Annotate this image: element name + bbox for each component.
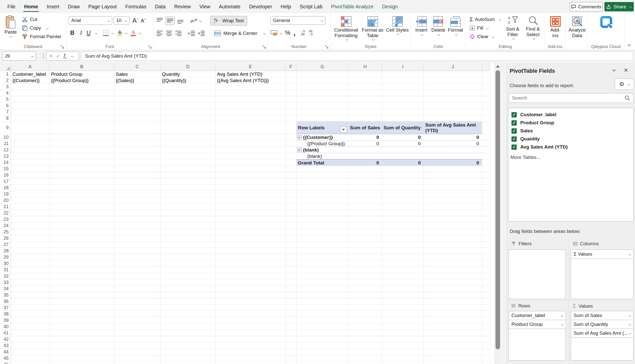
column-header-F[interactable]: F (286, 63, 296, 71)
row-header-42[interactable]: 42 (0, 336, 11, 343)
collapse-button[interactable]: − (297, 135, 301, 139)
column-header-C[interactable]: C (114, 63, 160, 71)
format-cells-button[interactable]: Format (447, 16, 464, 35)
more-tables-link[interactable]: More Tables... (510, 155, 540, 160)
bold-button[interactable]: B (69, 30, 76, 36)
analyze-data-button[interactable]: Analyze Data (568, 16, 586, 38)
pivot-value-cell[interactable]: 0 (353, 140, 381, 147)
row-header-13[interactable]: 13 (0, 153, 11, 159)
row-header-20[interactable]: 20 (0, 197, 11, 204)
accounting-format-button[interactable] (270, 30, 282, 36)
columns-area[interactable]: Σ Values (571, 250, 633, 299)
menu-tab-file[interactable]: File (3, 0, 20, 13)
menu-tab-automate[interactable]: Automate (215, 0, 245, 13)
field-item-avg-sales-amt-ytd-[interactable]: ✓Avg Sales Amt (YTD) (511, 143, 568, 151)
align-middle-button-selected[interactable] (166, 16, 175, 25)
row-header-31[interactable]: 31 (0, 267, 11, 273)
column-header-partial[interactable] (482, 63, 490, 71)
rows-area[interactable]: Customer_labelProduct Group (509, 311, 566, 360)
collapse-ribbon-chevron-icon[interactable] (628, 43, 631, 46)
alignment-dialog-launcher[interactable] (262, 45, 266, 49)
addins-button[interactable]: Add-ins (547, 16, 563, 38)
column-header-E[interactable]: E (216, 63, 286, 71)
cell-r1-c0[interactable]: Customer_label (12, 71, 46, 77)
pivot-value-cell[interactable]: 0 (394, 140, 422, 147)
menu-tab-script-lab[interactable]: Script Lab (295, 0, 327, 13)
pivot-value-cell[interactable]: 0 (453, 160, 481, 166)
menu-tab-data[interactable]: Data (151, 0, 170, 13)
column-header-I[interactable]: I (382, 63, 424, 71)
panel-settings-button[interactable]: ⚙ (615, 79, 634, 90)
cell-r1-c2[interactable]: Sales (116, 71, 128, 77)
row-header-6[interactable]: 6 (0, 103, 11, 109)
chevron-down-icon[interactable] (561, 323, 563, 326)
row-header-36[interactable]: 36 (0, 298, 11, 305)
chevron-down-icon[interactable] (561, 314, 563, 317)
column-header-J[interactable]: J (424, 63, 482, 71)
values-chip[interactable]: Sum of Quantity (571, 320, 633, 329)
row-header-19[interactable]: 19 (0, 191, 11, 197)
row-header-41[interactable]: 41 (0, 330, 11, 336)
fill-color-button[interactable] (116, 29, 127, 36)
pivot-row-label[interactable]: Grand Total (298, 160, 324, 166)
sort-filter-button[interactable]: A Z Sort & Filter (504, 15, 522, 41)
font-size-combo[interactable]: 10 (114, 16, 129, 25)
cell-r2-c4[interactable]: {{Avg Sales Amt (YTD)}} (217, 77, 269, 84)
row-header-17[interactable]: 17 (0, 178, 11, 185)
field-item-sales[interactable]: ✓Sales (511, 127, 533, 134)
align-bottom-icon[interactable] (177, 17, 184, 24)
chevron-down-icon[interactable] (629, 253, 631, 255)
menu-tab-developer[interactable]: Developer (245, 0, 276, 13)
field-checkbox[interactable]: ✓ (511, 120, 517, 126)
font-dialog-launcher[interactable] (148, 45, 152, 49)
conditional-formatting-button[interactable]: Conditional Formatting (333, 16, 360, 40)
orientation-button[interactable]: ab (190, 17, 201, 24)
insert-cells-button[interactable]: Insert (413, 16, 429, 35)
row-header-22[interactable]: 22 (0, 210, 11, 216)
row-header-23[interactable]: 23 (0, 216, 11, 223)
row-header-29[interactable]: 29 (0, 254, 11, 260)
cell-r2-c0[interactable]: {{Customer}} (12, 77, 40, 84)
format-as-table-button[interactable]: Format as Table (361, 16, 385, 40)
row-header-18[interactable]: 18 (0, 185, 11, 191)
menu-tab-design[interactable]: Design (378, 0, 402, 13)
row-header-14[interactable]: 14 (0, 159, 11, 166)
row-header-28[interactable]: 28 (0, 248, 11, 254)
copy-button[interactable]: Copy (21, 24, 63, 32)
autosum-button[interactable]: Σ AutoSum (468, 15, 502, 24)
chevron-down-icon[interactable] (629, 323, 631, 326)
menu-tab-review[interactable]: Review (170, 0, 195, 13)
increase-decimal-button[interactable]: ←0.00 (300, 30, 305, 36)
pivot-value-cell[interactable]: 0 (353, 160, 381, 166)
italic-button[interactable]: I (79, 30, 84, 36)
menu-tab-insert[interactable]: Insert (42, 0, 64, 13)
font-color-button[interactable]: A (130, 29, 141, 36)
menu-tab-home[interactable]: Home (20, 0, 42, 13)
menu-tab-view[interactable]: View (195, 0, 215, 13)
align-top-icon[interactable] (156, 17, 163, 24)
comma-style-button[interactable]: , (293, 30, 295, 35)
pivot-row-label[interactable]: (blank) (307, 153, 322, 159)
cell-r2-c2[interactable]: {{Sales}} (116, 77, 134, 84)
row-header-38[interactable]: 38 (0, 311, 11, 317)
row-header-2[interactable]: 2 (0, 77, 11, 84)
row-header-25[interactable]: 25 (0, 229, 11, 235)
values-chip[interactable]: Sum of Sales (571, 311, 633, 320)
cell-r1-c3[interactable]: Quantity (162, 71, 180, 77)
qalyptus-cloud-button[interactable] (590, 15, 623, 30)
cell-r1-c1[interactable]: Product Group (51, 71, 82, 77)
column-header-A[interactable]: A (11, 63, 50, 71)
filters-area[interactable] (509, 250, 566, 299)
cut-button[interactable]: Cut (21, 15, 63, 24)
field-checkbox[interactable]: ✓ (511, 128, 517, 134)
row-header-40[interactable]: 40 (0, 324, 11, 330)
fill-button[interactable]: Fill (468, 24, 502, 32)
vertical-scrollbar[interactable] (494, 63, 501, 364)
rows-chip[interactable]: Product Group (509, 320, 566, 329)
row-header-21[interactable]: 21 (0, 204, 11, 210)
wrap-text-button[interactable]: ab c Wrap Text (210, 16, 247, 26)
clipboard-dialog-launcher[interactable] (61, 45, 64, 49)
cell-styles-button[interactable]: Cell Styles (386, 16, 409, 40)
row-header-45[interactable]: 45 (0, 355, 11, 361)
row-header-43[interactable]: 43 (0, 343, 11, 349)
